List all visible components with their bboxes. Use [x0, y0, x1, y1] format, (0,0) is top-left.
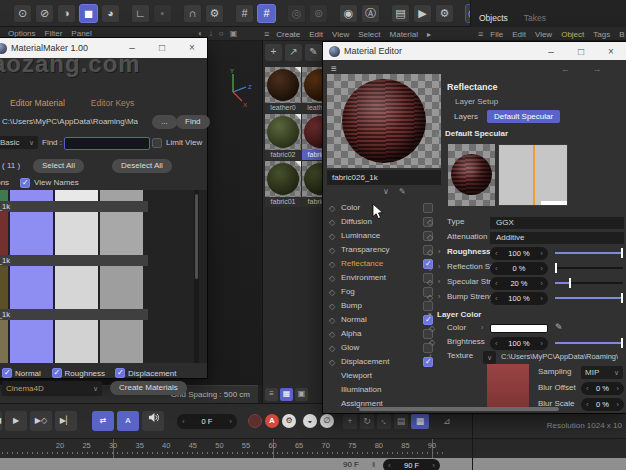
close-button[interactable]: × [596, 42, 626, 60]
displacement-swatch[interactable] [100, 266, 143, 309]
normal-swatch[interactable] [10, 320, 53, 363]
tab-editor-keys[interactable]: Editor Keys [91, 98, 134, 108]
range-end-field[interactable]: ‹ 90 F › [383, 459, 440, 470]
decrement-icon[interactable]: ‹ [388, 461, 391, 470]
diamond-icon[interactable]: ◇ [429, 338, 435, 347]
export-check-roughness[interactable]: Roughness [52, 368, 105, 378]
color-swatch[interactable] [490, 324, 548, 333]
param-value-field[interactable]: ‹100 %› [490, 292, 548, 305]
goto-end-button[interactable]: ▶▏ [55, 411, 77, 431]
maximize-button[interactable]: □ [147, 38, 177, 58]
increment-icon[interactable]: › [432, 461, 435, 470]
render-view-button[interactable]: ▤ [391, 4, 410, 23]
grid-view-button[interactable]: ▦ [280, 388, 293, 401]
key-parameter-button[interactable]: ▤ [394, 414, 408, 429]
sampling-dropdown[interactable]: MIP∨ [581, 366, 623, 379]
diffuse-swatch[interactable] [0, 212, 8, 255]
brightness-slider[interactable] [555, 337, 623, 349]
output-dropdown[interactable]: Cinema4D∨ [2, 381, 102, 396]
viewport-load-icon[interactable]: ↓ [209, 29, 213, 38]
param-value-field[interactable]: ‹0 %› [490, 262, 548, 275]
timeline-ruler[interactable]: 202530354045505560657075808590 [0, 438, 626, 458]
diamond-icon[interactable]: ◇ [429, 324, 435, 333]
param-slider[interactable] [555, 247, 623, 259]
normal-swatch[interactable] [10, 212, 53, 255]
goto-next-key-button[interactable]: ▶◇ [30, 411, 52, 431]
picture-view-button[interactable]: ▣ [295, 388, 308, 401]
tab-default-specular[interactable]: Default Specular [487, 110, 560, 123]
list-view-button[interactable]: ≡ [265, 388, 278, 401]
diamond-icon[interactable]: ◇ [427, 248, 433, 257]
displacement-swatch[interactable] [100, 212, 143, 255]
menu-item-object[interactable]: Object [561, 30, 584, 39]
displacement-swatch[interactable] [100, 190, 143, 201]
record-keyframe-button[interactable] [248, 414, 262, 428]
axis-mode-button[interactable]: ∟ [131, 4, 150, 23]
viewport-time-icon[interactable]: ○ [219, 29, 224, 38]
view-names-checkbox[interactable] [20, 178, 30, 188]
checkbox-icon[interactable] [2, 368, 12, 378]
viewport-render-icon[interactable]: ◐ [198, 29, 203, 38]
chevron-right-icon[interactable]: › [438, 248, 440, 255]
snap-settings-button[interactable]: ⚙ [205, 4, 224, 23]
polygons-mode-button[interactable]: ◑ [57, 4, 76, 23]
create-materials-button[interactable]: Create Materials [110, 381, 187, 395]
checkbox-icon[interactable] [115, 368, 125, 378]
diamond-icon[interactable]: ◇ [427, 233, 433, 242]
menu-item-view[interactable]: View [535, 30, 552, 39]
deselect-all-button[interactable]: Deselect All [112, 159, 172, 173]
render-picture-viewer-button[interactable]: ▶ [413, 4, 432, 23]
normal-swatch[interactable] [10, 190, 53, 201]
roughness-swatch[interactable] [55, 320, 98, 363]
keyframe-selection-button[interactable]: ◒ [303, 414, 317, 428]
hamburger-menu-icon[interactable]: ≡ [331, 63, 337, 74]
param-slider[interactable] [555, 262, 623, 274]
texture-set-row[interactable] [0, 320, 147, 363]
autokeying-button[interactable]: A [265, 414, 279, 428]
texture-set-row[interactable] [0, 266, 147, 309]
param-slider[interactable] [555, 277, 623, 289]
material-editor-titlebar[interactable]: Material Editor – □ × [323, 42, 626, 60]
current-frame-field[interactable]: ‹0 F› [177, 414, 237, 429]
param-dropdown[interactable]: GGX [490, 217, 624, 229]
browse-button[interactable]: ... [152, 115, 177, 129]
param-dropdown[interactable]: Additive [490, 232, 624, 244]
category-dropdown[interactable]: Basic∨ [0, 136, 38, 149]
find-button[interactable]: Find [176, 115, 210, 129]
chevron-right-icon[interactable]: › [438, 263, 440, 270]
hamburger-menu-icon[interactable]: ≡ [478, 29, 483, 39]
close-button[interactable]: × [177, 38, 207, 58]
workplane-x-button[interactable]: ◎ [287, 4, 306, 23]
normal-swatch[interactable] [10, 266, 53, 309]
diamond-icon[interactable]: ◇ [427, 278, 433, 287]
chevron-right-icon[interactable]: › [438, 293, 440, 300]
menu-item-select[interactable]: Select [358, 30, 380, 39]
displacement-swatch[interactable] [100, 320, 143, 363]
quantize-button[interactable]: # [257, 4, 276, 23]
diamond-icon[interactable]: ◇ [427, 293, 433, 302]
material-thumbnail[interactable]: fabric01 [265, 161, 301, 207]
material-name-field[interactable]: fabric026_1k [327, 170, 441, 185]
sound-button[interactable] [142, 411, 164, 431]
menu-item-panel[interactable]: Panel [71, 29, 91, 38]
find-input[interactable] [64, 137, 150, 150]
texture-set-row[interactable] [0, 190, 147, 201]
key-interpolation-button[interactable]: ∅ [320, 414, 334, 428]
channel-color[interactable]: ◇Color [323, 202, 445, 216]
diffuse-swatch[interactable] [0, 190, 8, 201]
add-material-button[interactable]: + [265, 44, 282, 61]
menu-item-edit[interactable]: Edit [309, 30, 323, 39]
menu-item-options[interactable]: Options [8, 29, 36, 38]
tab-objects[interactable]: Objects [479, 13, 508, 23]
color-picker-icon[interactable]: ✎ [555, 322, 563, 332]
diffuse-swatch[interactable] [0, 266, 8, 309]
render-settings-button[interactable]: ⚙ [435, 4, 454, 23]
key-scale-button[interactable]: ↔ [377, 414, 391, 429]
fcurve-button[interactable]: ⊿ [440, 414, 454, 429]
blur-scale-field[interactable]: ‹0 %› [581, 398, 624, 411]
key-position-button[interactable]: + [343, 414, 357, 429]
chevron-right-icon[interactable]: › [438, 278, 440, 285]
autokey-overlay-button[interactable]: A [117, 411, 139, 431]
history-nav-icons[interactable]: ← → [561, 64, 612, 74]
maximize-button[interactable]: □ [566, 42, 596, 60]
